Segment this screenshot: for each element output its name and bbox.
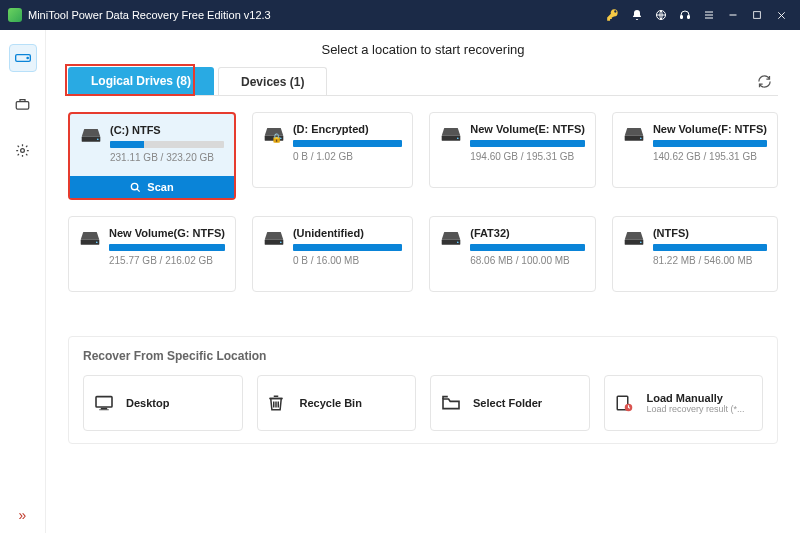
drive-name: (NTFS) [653,227,767,239]
usage-bar [653,140,767,147]
svg-rect-1 [681,16,683,19]
svg-rect-25 [96,397,112,407]
drive-name: New Volume(G: NTFS) [109,227,225,239]
drive-name: (D: Encrypted) [293,123,402,135]
location-icon [94,395,116,411]
refresh-icon[interactable] [751,70,778,93]
location-icon [268,394,290,412]
drive-card[interactable]: (FAT32)68.06 MB / 100.00 MB [429,216,596,292]
recover-section: Recover From Specific Location DesktopRe… [68,336,778,444]
disk-icon [440,125,462,143]
location-sub: Load recovery result (*... [647,404,745,414]
drive-name: New Volume(F: NTFS) [653,123,767,135]
drive-name: (FAT32) [470,227,585,239]
drive-size: 81.22 MB / 546.00 MB [653,255,767,266]
globe-icon[interactable] [650,4,672,26]
expand-nav-icon[interactable]: » [19,507,27,523]
usage-bar [653,244,767,251]
location-name: Select Folder [473,397,542,409]
svg-point-9 [97,138,99,140]
close-button[interactable] [770,4,792,26]
svg-point-20 [280,241,282,243]
drive-size: 0 B / 1.02 GB [293,151,402,162]
drive-card[interactable]: (C:) NTFS231.11 GB / 323.20 GBScan [68,112,236,200]
minimize-button[interactable] [722,4,744,26]
drives-grid: (C:) NTFS231.11 GB / 323.20 GBScan🔒(D: E… [68,112,778,292]
drive-name: (C:) NTFS [110,124,224,136]
location-icon [441,395,463,411]
drive-card[interactable]: New Volume(E: NTFS)194.60 GB / 195.31 GB [429,112,596,188]
location-icon [615,394,637,412]
drive-size: 140.62 GB / 195.31 GB [653,151,767,162]
left-nav: » [0,30,46,533]
location-name: Recycle Bin [300,397,362,409]
drive-card[interactable]: New Volume(F: NTFS)140.62 GB / 195.31 GB [612,112,778,188]
svg-point-10 [132,183,138,189]
title-bar: MiniTool Power Data Recovery Free Editio… [0,0,800,30]
usage-bar [470,140,585,147]
disk-icon [623,125,645,143]
drive-size: 215.77 GB / 216.02 GB [109,255,225,266]
page-heading: Select a location to start recovering [68,42,778,57]
disk-icon [263,229,285,247]
drive-name: (Unidentified) [293,227,402,239]
location-name: Desktop [126,397,169,409]
svg-point-18 [96,241,98,243]
nav-drives-icon[interactable] [9,44,37,72]
maximize-button[interactable] [746,4,768,26]
drive-size: 68.06 MB / 100.00 MB [470,255,585,266]
usage-bar [293,244,402,251]
tabs: Logical Drives (8) Devices (1) [68,67,778,96]
drive-name: New Volume(E: NTFS) [470,123,585,135]
disk-icon [80,126,102,144]
location-card[interactable]: Desktop [83,375,243,431]
menu-icon[interactable] [698,4,720,26]
location-card[interactable]: Select Folder [430,375,590,431]
location-name: Load Manually [647,392,745,404]
drive-size: 231.11 GB / 323.20 GB [110,152,224,163]
app-title: MiniTool Power Data Recovery Free Editio… [28,9,600,21]
drive-card[interactable]: (NTFS)81.22 MB / 546.00 MB [612,216,778,292]
disk-icon [623,229,645,247]
nav-briefcase-icon[interactable] [9,90,37,118]
drive-size: 0 B / 16.00 MB [293,255,402,266]
bell-icon[interactable] [626,4,648,26]
usage-bar [109,244,225,251]
svg-point-7 [21,148,25,152]
scan-button[interactable]: Scan [70,176,234,198]
location-card[interactable]: Recycle Bin [257,375,417,431]
tab-devices[interactable]: Devices (1) [218,67,327,95]
svg-rect-2 [688,16,690,19]
drive-card[interactable]: (Unidentified)0 B / 16.00 MB [252,216,413,292]
usage-bar [293,140,402,147]
svg-point-16 [640,137,642,139]
app-logo-icon [8,8,22,22]
drive-size: 194.60 GB / 195.31 GB [470,151,585,162]
disk-icon [79,229,101,247]
tab-logical-drives[interactable]: Logical Drives (8) [68,67,214,95]
key-icon[interactable] [602,4,624,26]
recover-section-title: Recover From Specific Location [83,349,763,363]
location-card[interactable]: Load ManuallyLoad recovery result (*... [604,375,764,431]
svg-rect-26 [101,408,107,410]
svg-point-14 [457,137,459,139]
svg-point-22 [457,241,459,243]
usage-bar [470,244,585,251]
disk-icon [440,229,462,247]
svg-rect-6 [16,102,29,110]
svg-point-24 [640,241,642,243]
headset-icon[interactable] [674,4,696,26]
locations-grid: DesktopRecycle BinSelect FolderLoad Manu… [83,375,763,431]
drive-card[interactable]: New Volume(G: NTFS)215.77 GB / 216.02 GB [68,216,236,292]
lock-icon: 🔒 [271,133,282,143]
nav-settings-icon[interactable] [9,136,37,164]
svg-point-5 [27,57,28,58]
usage-bar [110,141,224,148]
drive-card[interactable]: 🔒(D: Encrypted)0 B / 1.02 GB [252,112,413,188]
svg-rect-27 [99,409,109,410]
svg-rect-3 [754,12,761,19]
